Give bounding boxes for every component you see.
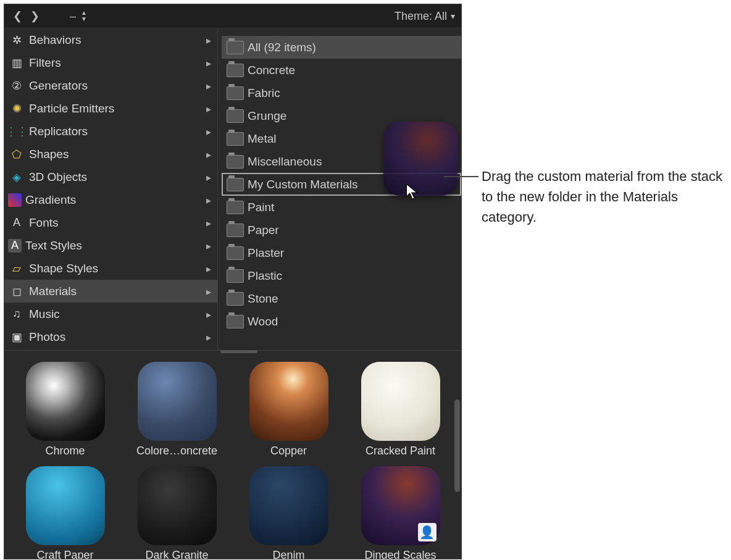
material-cell-dark-granite[interactable]: Dark Granite — [127, 466, 227, 559]
material-cell-craft-paper[interactable]: Craft Paper — [15, 466, 115, 559]
subfolder-label: Grunge — [248, 109, 286, 123]
category-label: Shapes — [29, 148, 69, 161]
folder-icon — [227, 201, 244, 214]
material-cell-cracked-paint[interactable]: Cracked Paint — [351, 362, 450, 458]
category-item-generators[interactable]: ②Generators▸ — [4, 74, 217, 97]
subfolder-item-paint[interactable]: Paint — [222, 196, 461, 219]
theme-label: Theme: All — [395, 10, 447, 23]
category-item-filters[interactable]: ▥Filters▸ — [4, 51, 217, 74]
category-item-3d-objects[interactable]: ◈3D Objects▸ — [4, 165, 217, 188]
category-label: Gradients — [25, 193, 76, 207]
subfolder-item-plaster[interactable]: Plaster — [222, 241, 461, 264]
category-item-photos[interactable]: ▣Photos▸ — [4, 325, 217, 348]
folder-icon — [227, 246, 244, 260]
category-label: Particle Emitters — [29, 102, 114, 115]
back-button[interactable]: ❮ — [10, 9, 24, 23]
subfolder-item-paper[interactable]: Paper — [222, 219, 461, 241]
filter-icon: ▥ — [8, 55, 25, 71]
forward-button[interactable]: ❯ — [28, 9, 41, 23]
category-item-music[interactable]: ♫Music▸ — [4, 303, 217, 325]
category-label: Replicators — [29, 125, 88, 138]
path-stepper-icon[interactable]: ▲▼ — [80, 10, 88, 22]
chevron-right-icon: ▸ — [206, 309, 211, 320]
shapes-icon: ⬠ — [8, 146, 25, 162]
subfolder-label: Wood — [248, 315, 278, 328]
user-badge-icon: 👤 — [418, 523, 437, 541]
navigation-bar: ❮ ❯ – ▲▼ Theme: All ▾ — [4, 4, 461, 28]
material-thumbnail — [249, 362, 328, 441]
category-item-shape-styles[interactable]: ▱Shape Styles▸ — [4, 257, 217, 280]
category-item-materials[interactable]: ◻Materials▸ — [4, 280, 217, 303]
folder-icon — [227, 132, 244, 146]
particle-icon: ✺ — [8, 101, 25, 117]
material-label: Copper — [270, 445, 307, 458]
chevron-right-icon: ▸ — [206, 217, 211, 229]
category-item-gradients[interactable]: Gradients▸ — [4, 188, 217, 211]
material-cell-copper[interactable]: Copper — [239, 362, 338, 458]
folder-icon — [227, 224, 244, 237]
folder-icon — [227, 41, 244, 54]
material-cell-colored-concrete[interactable]: Colore…oncrete — [127, 362, 227, 458]
gradients-icon — [8, 193, 22, 207]
photos-icon: ▣ — [8, 329, 25, 345]
material-thumbnail — [26, 362, 105, 441]
subfolder-item-fabric[interactable]: Fabric — [222, 81, 461, 104]
chevron-right-icon: ▸ — [206, 263, 211, 275]
subfolder-label: Paper — [248, 224, 279, 237]
shape-styles-icon: ▱ — [8, 261, 25, 277]
category-item-behaviors[interactable]: ✲Behaviors▸ — [4, 28, 217, 51]
category-item-fonts[interactable]: AFonts▸ — [4, 211, 217, 234]
subfolder-label: All (92 items) — [248, 41, 316, 54]
scrollbar[interactable] — [454, 399, 460, 492]
subfolder-item-stone[interactable]: Stone — [222, 287, 461, 310]
chevron-right-icon: ▸ — [206, 80, 211, 92]
subfolder-label: Metal — [248, 132, 276, 146]
category-label: Materials — [29, 285, 77, 298]
category-item-particle-emitters[interactable]: ✺Particle Emitters▸ — [4, 97, 217, 120]
theme-dropdown[interactable]: Theme: All ▾ — [395, 10, 455, 23]
material-thumbnail — [249, 466, 328, 545]
subfolder-label: Plaster — [248, 246, 284, 260]
subfolder-label: Stone — [248, 292, 278, 306]
material-cell-denim[interactable]: Denim — [239, 466, 338, 559]
material-label: Denim — [272, 549, 304, 559]
library-panel: ❮ ❯ – ▲▼ Theme: All ▾ ✲Behaviors▸ ▥Filte… — [4, 4, 462, 559]
folder-icon — [227, 178, 244, 191]
folder-icon — [227, 109, 244, 123]
material-cell-chrome[interactable]: Chrome — [15, 362, 115, 458]
text-styles-icon: A — [8, 239, 22, 253]
category-label: 3D Objects — [29, 170, 87, 184]
subfolder-label: Concrete — [248, 64, 295, 77]
material-thumbnail — [361, 362, 440, 441]
category-label: Photos — [29, 330, 65, 344]
generators-icon: ② — [8, 78, 25, 94]
folder-icon — [227, 315, 244, 328]
material-thumbnail — [138, 362, 217, 441]
pane-resize-handle[interactable] — [220, 350, 257, 353]
category-column: ✲Behaviors▸ ▥Filters▸ ②Generators▸ ✺Part… — [4, 28, 218, 350]
path-menu-button[interactable]: – — [70, 10, 76, 23]
chevron-down-icon: ▾ — [451, 11, 455, 21]
category-label: Generators — [29, 79, 88, 93]
category-item-replicators[interactable]: ⋮⋮Replicators▸ — [4, 120, 217, 143]
replicators-icon: ⋮⋮ — [8, 123, 25, 140]
subfolder-item-all[interactable]: All (92 items) — [222, 36, 461, 59]
material-label: Craft Paper — [36, 549, 93, 559]
chevron-right-icon: ▸ — [206, 126, 211, 138]
material-thumbnail: 👤 — [361, 466, 440, 545]
material-thumbnail — [26, 466, 105, 545]
material-thumbnail — [138, 466, 217, 545]
subfolder-item-plastic[interactable]: Plastic — [222, 264, 461, 287]
folder-icon — [227, 155, 244, 169]
cursor-icon — [406, 183, 419, 201]
chevron-right-icon: ▸ — [206, 103, 211, 115]
subfolder-label: Paint — [248, 201, 274, 214]
category-item-shapes[interactable]: ⬠Shapes▸ — [4, 143, 217, 165]
category-label: Shape Styles — [29, 262, 98, 275]
subfolder-item-concrete[interactable]: Concrete — [222, 59, 461, 81]
folder-icon — [227, 292, 244, 306]
subfolder-item-wood[interactable]: Wood — [222, 310, 461, 333]
material-label: Dark Granite — [145, 549, 208, 559]
material-cell-dinged-scales[interactable]: 👤Dinged Scales — [351, 466, 450, 559]
category-item-text-styles[interactable]: AText Styles▸ — [4, 234, 217, 257]
